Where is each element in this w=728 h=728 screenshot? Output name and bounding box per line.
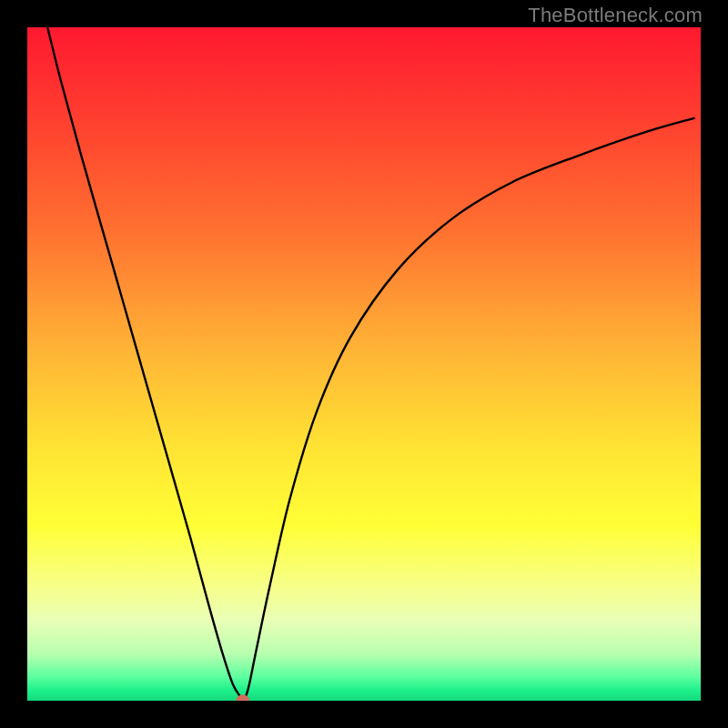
plot-area bbox=[27, 27, 701, 701]
bottleneck-curve bbox=[47, 27, 693, 700]
curve-layer bbox=[27, 27, 701, 701]
chart-frame: TheBottleneck.com bbox=[0, 0, 728, 728]
minimum-marker bbox=[237, 695, 249, 701]
watermark-label: TheBottleneck.com bbox=[528, 4, 703, 27]
